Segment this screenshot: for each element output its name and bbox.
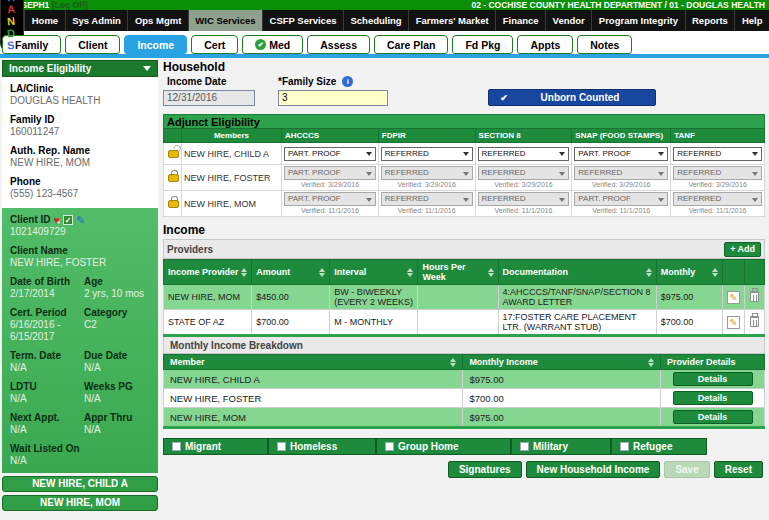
income-date-label: Income Date — [163, 76, 278, 87]
info-icon[interactable]: i — [342, 76, 353, 87]
term-date-value: N/A — [10, 362, 84, 374]
section8-select[interactable]: REFERRED — [478, 147, 570, 161]
tanf-select[interactable]: REFERRED — [673, 147, 762, 161]
col-delete — [744, 260, 764, 285]
unborn-counted-button[interactable]: ✔ Unborn Counted — [488, 89, 656, 106]
tab-client[interactable]: Client — [65, 35, 120, 54]
col-hours[interactable]: Hours Per Week — [422, 262, 485, 282]
sort-icon[interactable] — [241, 268, 247, 277]
checkbox-refugee[interactable]: Refugee — [611, 438, 707, 455]
provider-documentation: 17:FOSTER CARE PLACEMENT LTR. (WARRANT S… — [498, 310, 656, 336]
agency-location: 02 - COCHISE COUNTY HEALTH DEPARTMENT / … — [471, 0, 765, 10]
col-member[interactable]: Member — [170, 357, 205, 367]
tab-income[interactable]: Income — [124, 35, 187, 54]
edit-icon[interactable]: ✎ — [727, 316, 740, 329]
tab-notes[interactable]: Notes — [577, 35, 632, 54]
lock-closed-icon[interactable] — [168, 174, 179, 182]
tab-med[interactable]: ✔ Med — [242, 35, 303, 54]
trash-icon[interactable] — [750, 316, 759, 327]
med-check-icon: ✔ — [255, 39, 266, 50]
breakdown-row: NEW HIRE, FOSTER $700.00 Details — [164, 389, 765, 408]
ldtu-value: N/A — [10, 393, 84, 405]
sort-icon[interactable] — [712, 268, 718, 277]
reset-button[interactable]: Reset — [714, 461, 763, 478]
sort-icon[interactable] — [646, 268, 652, 277]
checkbox-group-home[interactable]: Group Home — [376, 438, 511, 455]
menu-item-program-integrity[interactable]: Program Integrity — [591, 10, 684, 31]
menu-item-ops-mgmt[interactable]: Ops Mgmt — [127, 10, 187, 31]
family-size-field[interactable] — [278, 90, 388, 106]
signatures-button[interactable]: Signatures — [448, 461, 522, 478]
checkbox-military[interactable]: Military — [511, 438, 611, 455]
adjunct-row-child-a: NEW HIRE, CHILD A PART. PROOF REFERRED R… — [164, 143, 765, 165]
sort-icon[interactable] — [648, 358, 654, 367]
menu-item-vendor[interactable]: Vendor — [545, 10, 591, 31]
phone-value: (555) 123-4567 — [10, 188, 150, 200]
details-button[interactable]: Details — [673, 391, 753, 405]
new-household-income-button[interactable]: New Household Income — [526, 461, 661, 478]
log-off-link[interactable]: [Log Off] — [52, 0, 88, 10]
menu-item-farmers-market[interactable]: Farmers' Market — [408, 10, 495, 31]
menu-item-sys-admin[interactable]: Sys Admin — [65, 10, 128, 31]
menu-item-finance[interactable]: Finance — [495, 10, 545, 31]
menu-item-wic-services[interactable]: WIC Services — [188, 10, 262, 31]
lock-closed-icon[interactable] — [168, 200, 179, 208]
breakdown-member: NEW HIRE, CHILD A — [164, 370, 463, 389]
breakdown-monthly: $975.00 — [463, 370, 661, 389]
member-button-mom[interactable]: NEW HIRE, MOM — [2, 495, 158, 511]
edit-icon[interactable]: ✎ — [727, 291, 740, 304]
client-id-label: Client ID — [10, 214, 51, 226]
fdpir-select[interactable]: REFERRED — [381, 147, 473, 161]
verified-date: Verified: 3/29/2016 — [284, 180, 376, 189]
verified-check-icon[interactable]: ✓ — [63, 215, 73, 225]
details-button[interactable]: Details — [673, 410, 753, 424]
menu-item-csfp-services[interactable]: CSFP Services — [262, 10, 343, 31]
sidebar: Income Eligibility LA/ClinicDOUGLAS HEAL… — [2, 60, 158, 511]
provider-documentation: 4:AHCCCS/TANF/SNAP/SECTION 8 AWARD LETTE… — [498, 285, 656, 310]
member-button-child-a[interactable]: NEW HIRE, CHILD A — [2, 476, 158, 492]
sort-icon[interactable] — [488, 268, 494, 277]
checkbox-migrant[interactable]: Migrant — [163, 438, 268, 455]
verified-date: Verified: 11/1/2016 — [381, 206, 473, 215]
col-documentation[interactable]: Documentation — [503, 267, 569, 277]
sidebar-section-dropdown[interactable]: Income Eligibility — [2, 60, 158, 77]
col-amount[interactable]: Amount — [256, 267, 290, 277]
menu-item-scheduling[interactable]: Scheduling — [343, 10, 408, 31]
cert-period-label: Cert. Period — [10, 307, 84, 319]
col-monthly-income[interactable]: Monthly Income — [469, 357, 538, 367]
col-fdpir: FDPIR — [378, 129, 475, 143]
medical-alert-icon[interactable]: ♥+ — [54, 215, 61, 225]
col-monthly[interactable]: Monthly — [661, 267, 696, 277]
col-interval[interactable]: Interval — [334, 267, 366, 277]
verified-date: Verified: 3/29/2016 — [574, 180, 668, 189]
la-clinic-label: LA/Clinic — [10, 83, 150, 95]
tab-care-plan[interactable]: Care Plan — [374, 35, 448, 54]
adjunct-eligibility-table: Members AHCCCS FDPIR SECTION 8 SNAP (FOO… — [163, 128, 765, 217]
appr-thru-value: N/A — [84, 424, 150, 436]
ahcccs-select[interactable]: PART. PROOF — [284, 147, 376, 161]
menu-item-help[interactable]: Help — [734, 10, 769, 31]
age-value: 2 yrs, 10 mos — [84, 288, 150, 300]
tab-assess[interactable]: Assess — [307, 35, 370, 54]
breakdown-monthly: $700.00 — [463, 389, 661, 408]
sort-icon[interactable] — [319, 268, 325, 277]
dob-label: Date of Birth — [10, 276, 84, 288]
trash-icon[interactable] — [750, 291, 759, 302]
sort-icon[interactable] — [407, 268, 413, 277]
menu-item-reports[interactable]: Reports — [685, 10, 735, 31]
provider-interval: BW - BIWEEKLY (EVERY 2 WEEKS) — [330, 285, 418, 310]
tab-appts[interactable]: Appts — [517, 35, 573, 54]
col-income-provider[interactable]: Income Provider — [168, 267, 239, 277]
tab-cert[interactable]: Cert — [191, 35, 238, 54]
edit-client-icon[interactable]: ✎ — [76, 215, 85, 225]
checkbox-homeless[interactable]: Homeless — [268, 438, 376, 455]
providers-label: Providers — [167, 244, 213, 255]
tab-fd-pkg[interactable]: Fd Pkg — [452, 35, 513, 54]
menu-item-home[interactable]: Home — [24, 10, 64, 31]
monthly-breakdown-table: Member Monthly Income Provider Details N… — [163, 354, 765, 429]
details-button[interactable]: Details — [673, 372, 753, 386]
sort-icon[interactable] — [450, 358, 456, 367]
lock-open-icon[interactable] — [168, 150, 179, 158]
snap-select[interactable]: PART. PROOF — [574, 147, 668, 161]
add-provider-button[interactable]: + Add — [724, 242, 761, 257]
